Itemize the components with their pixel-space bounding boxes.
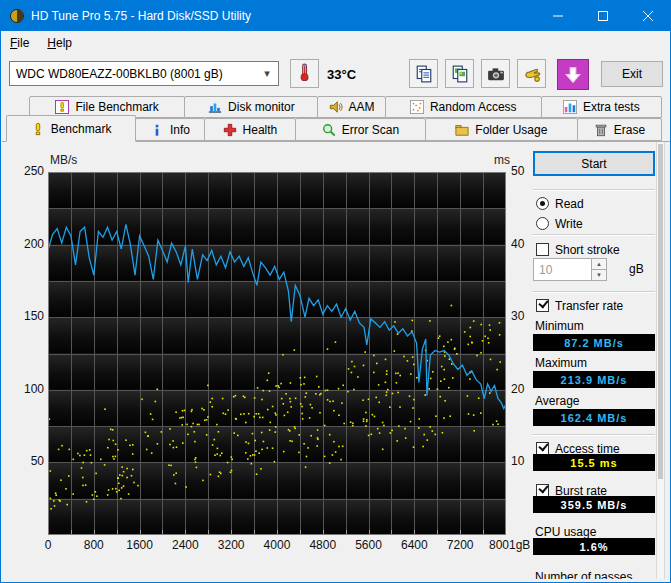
tab-disk-monitor[interactable]: Disk monitor	[184, 96, 318, 118]
short-stroke-label: Short stroke	[555, 243, 620, 257]
write-radio-label: Write	[555, 217, 583, 231]
benchmark-plot-svg	[48, 172, 506, 535]
x-tick-7200: 7200	[435, 538, 485, 552]
maximize-button[interactable]	[580, 1, 625, 31]
scrollbar-thumb[interactable]	[658, 144, 663, 479]
panel-separator	[533, 234, 655, 235]
panel-separator	[533, 291, 655, 292]
tab-label: Erase	[614, 123, 645, 137]
copy-image-icon	[451, 65, 469, 83]
close-button[interactable]	[625, 1, 670, 31]
short-stroke-checkbox[interactable]: Short stroke	[536, 242, 620, 257]
framed-lamp-icon	[55, 100, 69, 114]
copy-doc-icon	[415, 65, 433, 83]
tab-random-access[interactable]: Random Access	[385, 96, 542, 118]
tab-erase[interactable]: Erase	[577, 118, 662, 141]
panel-separator	[533, 189, 655, 190]
exit-button-label: Exit	[622, 67, 642, 81]
tab-label: Disk monitor	[228, 100, 295, 114]
y-left-tick-50: 50	[14, 454, 44, 468]
menu-item-help[interactable]: Help	[38, 33, 81, 53]
checkbox-unchecked-icon	[536, 243, 549, 256]
bar-chart-icon	[208, 100, 222, 114]
drive-selector-value: WDC WD80EAZZ-00BKLB0 (8001 gB)	[10, 67, 256, 81]
magnifier-icon	[322, 123, 336, 137]
stepper-down-icon[interactable]: ▼	[592, 270, 606, 280]
x-tick-1600: 1600	[115, 538, 165, 552]
write-radio[interactable]: Write	[536, 216, 583, 231]
tab-health[interactable]: Health	[204, 118, 296, 141]
number-of-passes-label: Number of passes	[535, 570, 632, 579]
minimum-label: Minimum	[535, 319, 584, 333]
grid-bars-icon	[563, 100, 577, 114]
temperature-button[interactable]	[290, 59, 319, 88]
tab-info[interactable]: Info	[135, 118, 205, 141]
transfer-rate-checkbox[interactable]: Transfer rate	[536, 298, 623, 313]
window-title: HD Tune Pro 5.75 - Hard Disk/SSD Utility	[31, 9, 535, 23]
y-right-tick-30: 30	[511, 309, 524, 323]
average-label: Average	[535, 394, 579, 408]
exit-button[interactable]: Exit	[601, 61, 663, 87]
x-tick-5600: 5600	[344, 538, 394, 552]
short-stroke-stepper[interactable]: 10 ▲▼	[533, 258, 607, 281]
radio-unselected-icon	[536, 217, 549, 230]
start-button[interactable]: Start	[533, 151, 655, 176]
tab-aam[interactable]: AAM	[317, 96, 385, 118]
copy-text-button[interactable]	[409, 59, 438, 88]
camera-icon	[487, 65, 505, 83]
start-button-label: Start	[581, 157, 606, 171]
save-screenshot-button[interactable]	[481, 59, 510, 88]
x-axis-ticks	[49, 530, 507, 534]
benchmark-plot	[48, 172, 506, 535]
y-right-tick-40: 40	[511, 237, 524, 251]
tab-label: AAM	[349, 100, 375, 114]
maximum-value: 213.9 MB/s	[561, 374, 628, 386]
tab-error-scan[interactable]: Error Scan	[295, 118, 426, 141]
update-button[interactable]	[557, 59, 589, 90]
download-arrow-icon	[564, 66, 582, 84]
y-right-tick-20: 20	[511, 382, 524, 396]
stepper-arrows[interactable]: ▲▼	[591, 259, 606, 280]
y-right-tick-10: 10	[511, 454, 524, 468]
hdtune-window: HD Tune Pro 5.75 - Hard Disk/SSD Utility…	[0, 0, 671, 583]
drive-selector[interactable]: WDC WD80EAZZ-00BKLB0 (8001 gB) ▾	[9, 61, 279, 86]
tab-folder-usage[interactable]: Folder Usage	[425, 118, 578, 141]
minimum-value: 87.2 MB/s	[564, 337, 624, 349]
donate-button[interactable]	[517, 59, 546, 88]
tab-label: Info	[170, 123, 190, 137]
menu-bar: FileHelp	[1, 31, 670, 55]
average-value-display: 162.4 MB/s	[533, 409, 655, 426]
read-radio[interactable]: Read	[536, 196, 584, 211]
title-bar: HD Tune Pro 5.75 - Hard Disk/SSD Utility	[1, 1, 670, 31]
x-tick-2400: 2400	[160, 538, 210, 552]
tab-strip: File BenchmarkDisk monitorAAMRandom Acce…	[1, 95, 670, 141]
x-tick-0: 0	[23, 538, 73, 552]
x-tick-4800: 4800	[298, 538, 348, 552]
tab-label: Random Access	[430, 100, 517, 114]
tab-label: Folder Usage	[475, 123, 547, 137]
short-stroke-value: 10	[534, 259, 591, 280]
menu-item-file[interactable]: File	[1, 33, 38, 53]
access-time-value: 15.5 ms	[570, 457, 617, 469]
speaker-icon	[329, 100, 343, 114]
health-icon	[223, 123, 237, 137]
tab-extra-tests[interactable]: Extra tests	[541, 96, 662, 118]
burst-rate-value: 359.5 MB/s	[561, 499, 628, 511]
minimize-button[interactable]	[535, 1, 580, 31]
tab-benchmark[interactable]: Benchmark	[6, 115, 136, 142]
cpu-usage-value: 1.6%	[579, 541, 608, 553]
average-value: 162.4 MB/s	[561, 412, 628, 424]
scatter-icon	[410, 100, 424, 114]
benchmark-page: MB/s ms 25020015010050504030201008001600…	[2, 141, 670, 579]
thermometer-icon	[295, 63, 315, 85]
burst-rate-value-display: 359.5 MB/s	[533, 496, 655, 513]
y-left-tick-150: 150	[14, 309, 44, 323]
stepper-up-icon[interactable]: ▲	[592, 259, 606, 270]
copy-screenshot-button[interactable]	[445, 59, 474, 88]
cpu-usage-value-display: 1.6%	[533, 538, 655, 555]
temperature-value: 33°C	[327, 67, 356, 82]
tab-label: Extra tests	[583, 100, 640, 114]
cpu-usage-label: CPU usage	[535, 525, 596, 539]
radio-selected-icon	[536, 197, 549, 210]
panel-scrollbar[interactable]	[656, 142, 665, 579]
